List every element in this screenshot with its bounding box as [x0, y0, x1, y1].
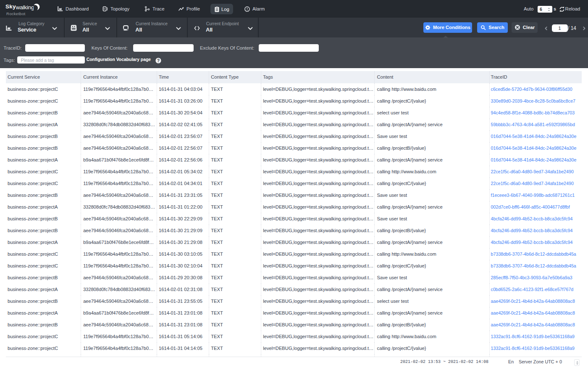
svg-text:?: ?: [157, 58, 160, 63]
